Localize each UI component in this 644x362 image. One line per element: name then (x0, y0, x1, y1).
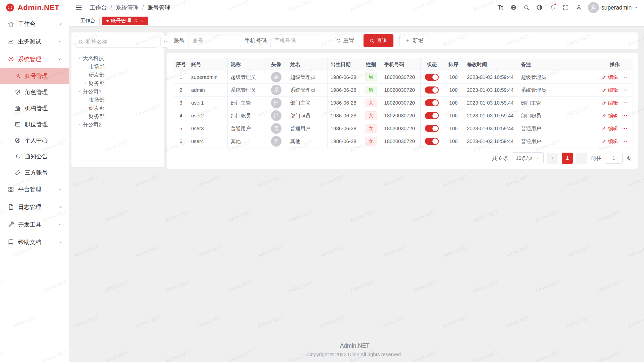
tree-node[interactable]: 分公司2 (75, 120, 160, 129)
next-page-button[interactable] (576, 153, 587, 164)
page-number-button[interactable]: 1 (562, 153, 573, 164)
more-icon[interactable] (622, 113, 628, 119)
more-icon[interactable] (622, 138, 628, 144)
menu-search-button[interactable] (521, 2, 532, 13)
edit-button[interactable]: 编辑 (602, 87, 618, 94)
theme-button[interactable] (534, 2, 545, 13)
edit-button[interactable]: 编辑 (602, 100, 618, 106)
tree-node[interactable]: 财务部 (75, 112, 160, 120)
row-avatar: 部 (271, 98, 281, 108)
reset-button[interactable]: 重置 (330, 34, 360, 47)
close-icon[interactable] (140, 19, 144, 23)
tree-expand-caret[interactable] (77, 89, 82, 94)
edit-button[interactable]: 编辑 (602, 138, 618, 145)
search-button[interactable]: 查询 (364, 34, 393, 47)
sidebar-item-label: 工作台 (18, 20, 35, 28)
topbar: 工作台/系统管理/账号管理 Tt superadmin (69, 0, 644, 15)
more-icon[interactable] (622, 125, 628, 131)
edit-button-label: 编辑 (608, 112, 618, 119)
sidebar-item-label: 三方账号 (25, 169, 48, 176)
user-menu-caret-icon[interactable] (634, 6, 638, 10)
sidebar-item-account-manage[interactable]: 账号管理 (0, 68, 69, 84)
cell-birthday: 1986-06-28 (328, 84, 361, 97)
hamburger-menu-icon[interactable] (75, 4, 83, 11)
more-icon[interactable] (622, 74, 628, 80)
status-toggle[interactable] (425, 112, 439, 119)
edit-button-label: 编辑 (608, 87, 618, 94)
tree-expand-caret[interactable] (77, 56, 82, 61)
tree-node[interactable]: 分公司1 (75, 87, 160, 96)
app-logo[interactable]: Admin.NET (0, 0, 69, 15)
goto-page-input[interactable] (605, 153, 623, 164)
page-size-select[interactable]: 10条/页 (512, 152, 544, 164)
org-search-input[interactable] (86, 38, 155, 45)
breadcrumb-item[interactable]: 系统管理 (115, 4, 139, 12)
link-icon (15, 169, 21, 176)
tree-node[interactable]: 市场部 (75, 62, 160, 71)
search-button-label: 查询 (377, 37, 388, 44)
account-input[interactable] (188, 34, 241, 47)
active-tab-dot (106, 20, 109, 22)
sidebar-item-platform-manage[interactable]: 平台管理 (0, 180, 69, 198)
status-toggle[interactable] (425, 74, 439, 81)
username[interactable]: superadmin (601, 4, 632, 11)
refresh-icon[interactable] (133, 19, 137, 23)
tab-workbench[interactable]: 工作台 (76, 17, 100, 25)
person-icon (590, 4, 597, 11)
user-avatar[interactable] (588, 2, 599, 13)
sidebar-item-third-account[interactable]: 三方账号 (0, 164, 69, 180)
edit-button[interactable]: 编辑 (602, 74, 618, 81)
sidebar: Admin.NET 工作台业务测试系统管理账号管理角色管理机构管理职位管理个人中… (0, 0, 69, 362)
tree-expand-caret[interactable] (83, 81, 88, 85)
more-icon[interactable] (622, 100, 628, 106)
sidebar-item-post-manage[interactable]: 职位管理 (0, 116, 69, 132)
more-icon[interactable] (622, 87, 628, 93)
column-header-birthday: 出生日期 (328, 58, 361, 71)
messages-button[interactable] (547, 2, 558, 13)
pagination: 共 6 条 10条/页 1 前 (174, 152, 631, 164)
sidebar-item-help-docs[interactable]: 帮助文档 (0, 233, 69, 251)
sidebar-item-notice[interactable]: 通知公告 (0, 148, 69, 164)
tree-node[interactable]: 财务部 (75, 79, 160, 87)
font-size-button[interactable]: Tt (495, 2, 506, 13)
sidebar-item-role-manage[interactable]: 角色管理 (0, 84, 69, 100)
cell-index: 6 (174, 135, 188, 148)
fullscreen-button[interactable] (560, 2, 571, 13)
breadcrumb-item[interactable]: 工作台 (90, 4, 107, 12)
add-button[interactable]: 新增 (399, 34, 429, 47)
edit-button[interactable]: 编辑 (602, 125, 618, 132)
locale-button[interactable] (508, 2, 519, 13)
tree-node[interactable]: 市场部 (75, 96, 160, 104)
sidebar-item-log-manage[interactable]: 日志管理 (0, 198, 69, 216)
status-toggle[interactable] (425, 86, 439, 94)
sidebar-item-label: 职位管理 (25, 120, 48, 128)
status-toggle[interactable] (425, 125, 439, 132)
tree-expand-caret[interactable] (77, 122, 82, 127)
status-toggle[interactable] (425, 99, 439, 106)
prev-page-button[interactable] (547, 153, 558, 164)
sidebar-item-system-manage[interactable]: 系统管理 (0, 50, 69, 68)
chevron-down-icon (58, 205, 63, 209)
cell-order: 100 (443, 97, 464, 109)
status-toggle[interactable] (425, 138, 439, 145)
breadcrumb: 工作台/系统管理/账号管理 (90, 4, 171, 12)
footer-copyright: Copyright © 2022 Dilon All rights reserv… (71, 352, 638, 357)
tree-node-label: 大名科技 (83, 55, 104, 62)
cell-sex: 女 (361, 135, 381, 148)
tree-node[interactable]: 研发部 (75, 71, 160, 79)
sidebar-item-org-manage[interactable]: 机构管理 (0, 100, 69, 116)
account-label: 账号 (174, 37, 185, 44)
row-actions: 编辑 (597, 135, 632, 148)
sidebar-item-dev-tools[interactable]: 开发工具 (0, 216, 69, 233)
tree-node[interactable]: 研发部 (75, 104, 160, 112)
sidebar-item-workbench[interactable]: 工作台 (0, 15, 69, 33)
edit-button[interactable]: 编辑 (602, 112, 618, 119)
sidebar-item-user-center[interactable]: 个人中心 (0, 132, 69, 148)
account-button[interactable] (573, 2, 584, 13)
tree-node[interactable]: 大名科技 (75, 54, 160, 62)
sidebar-item-business-test[interactable]: 业务测试 (0, 33, 69, 50)
cell-order: 100 (443, 71, 464, 84)
cell-phone: 18020030720 (381, 84, 421, 97)
phone-input[interactable] (270, 34, 323, 47)
tab-account-manage[interactable]: 账号管理 (102, 17, 148, 25)
